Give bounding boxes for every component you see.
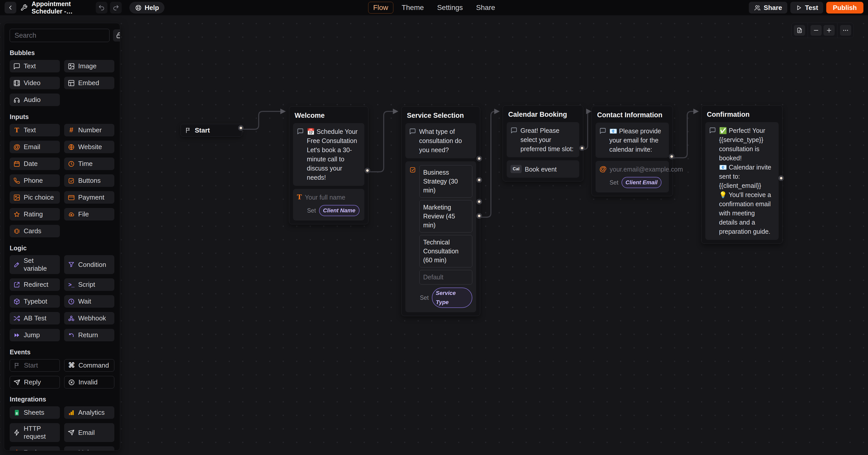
export-flow-button[interactable] bbox=[794, 25, 805, 36]
block-redirect[interactable]: Redirect bbox=[10, 278, 60, 291]
block-analytics[interactable]: Analytics bbox=[64, 406, 114, 419]
block-script[interactable]: >_Script bbox=[64, 278, 114, 291]
node-title: Contact Information bbox=[597, 111, 668, 119]
block-wait[interactable]: Wait bbox=[64, 295, 114, 308]
search-input[interactable] bbox=[10, 29, 110, 42]
buttons-input-block[interactable]: Business Strategy (30 min) Marketing Rev… bbox=[405, 161, 476, 312]
zoom-out-button[interactable] bbox=[810, 25, 822, 36]
back-button[interactable] bbox=[5, 2, 16, 13]
circle-x-icon bbox=[68, 379, 75, 386]
node-welcome[interactable]: Welcome 📅 Schedule Your Free Consultatio… bbox=[289, 106, 368, 224]
share-button[interactable]: Share bbox=[749, 2, 787, 13]
node-start[interactable]: Start bbox=[181, 124, 242, 137]
port-option-1-out[interactable] bbox=[478, 157, 480, 160]
block-buttons-input[interactable]: Buttons bbox=[64, 174, 114, 187]
undo-button[interactable] bbox=[96, 2, 107, 13]
block-jump[interactable]: Jump bbox=[10, 329, 60, 341]
zoom-in-button[interactable] bbox=[824, 25, 835, 36]
variable-badge[interactable]: Client Name bbox=[319, 205, 360, 216]
email-input-block[interactable]: @ your.email@example.com Set Client Emai… bbox=[595, 161, 669, 193]
block-typebot[interactable]: Typebot bbox=[10, 295, 60, 308]
tab-theme[interactable]: Theme bbox=[397, 2, 429, 13]
port-contact-out[interactable] bbox=[671, 155, 673, 158]
block-email-input[interactable]: @Email bbox=[10, 141, 60, 153]
block-file-input[interactable]: File bbox=[64, 208, 114, 221]
block-video-bubble[interactable]: Video bbox=[10, 77, 60, 89]
block-rating-input[interactable]: Rating bbox=[10, 208, 60, 221]
block-phone-input[interactable]: Phone bbox=[10, 174, 60, 187]
block-invalid-event[interactable]: Invalid bbox=[64, 376, 114, 389]
text-bubble-block[interactable]: Great! Please select your preferred time… bbox=[507, 122, 579, 157]
block-reply-event[interactable]: Reply bbox=[10, 376, 60, 389]
publish-button[interactable]: Publish bbox=[826, 2, 863, 13]
block-image-bubble[interactable]: Image bbox=[64, 60, 114, 73]
text-input-block[interactable]: T Your full name Set Client Name bbox=[293, 189, 364, 221]
redo-button[interactable] bbox=[110, 2, 122, 13]
block-pic-choice-input[interactable]: Pic choice bbox=[10, 191, 60, 204]
block-webhook[interactable]: Webhook bbox=[64, 312, 114, 324]
block-time-input[interactable]: Time bbox=[64, 158, 114, 170]
file-code-icon bbox=[796, 27, 803, 34]
default-option[interactable]: Default bbox=[420, 270, 472, 284]
block-audio-bubble[interactable]: Audio bbox=[10, 93, 60, 106]
block-sheets[interactable]: Sheets bbox=[10, 406, 60, 419]
more-options-button[interactable] bbox=[840, 25, 851, 36]
tab-flow[interactable]: Flow bbox=[368, 2, 393, 13]
port-calendar-out[interactable] bbox=[581, 147, 583, 149]
section-title-inputs: Inputs bbox=[10, 113, 114, 121]
block-condition[interactable]: Condition bbox=[64, 255, 114, 274]
funnel-icon bbox=[68, 261, 75, 268]
lock-sidebar-button[interactable] bbox=[113, 29, 120, 41]
block-cards-input[interactable]: Cards bbox=[10, 225, 60, 237]
block-ab-test[interactable]: AB Test bbox=[10, 312, 60, 324]
action-label: Book event bbox=[525, 165, 557, 174]
block-website-input[interactable]: Website bbox=[64, 141, 114, 153]
block-email-integration[interactable]: Email bbox=[64, 423, 114, 442]
choice-option[interactable]: Business Strategy (30 min) bbox=[420, 165, 472, 198]
port-default-out[interactable] bbox=[478, 215, 480, 217]
port-confirmation-out[interactable] bbox=[780, 177, 782, 179]
block-start-event[interactable]: Start bbox=[10, 359, 60, 372]
block-number-input[interactable]: #Number bbox=[64, 124, 114, 136]
block-http-request[interactable]: HTTP request bbox=[10, 423, 60, 442]
node-service-selection[interactable]: Service Selection What type of consultat… bbox=[401, 106, 480, 316]
port-option-3-out[interactable] bbox=[478, 200, 480, 203]
text-bubble-block[interactable]: What type of consultation do you need? bbox=[405, 123, 476, 158]
text-bubble-block[interactable]: ✅ Perfect! Your {{service_type}} consult… bbox=[705, 122, 779, 240]
node-contact-information[interactable]: Contact Information 📧 Please provide you… bbox=[591, 106, 673, 196]
node-title: Confirmation bbox=[707, 111, 778, 118]
text-bubble-block[interactable]: 📅 Schedule Your Free Consultation Let's … bbox=[293, 123, 364, 186]
tab-settings[interactable]: Settings bbox=[432, 2, 468, 13]
chat-icon bbox=[599, 127, 606, 134]
block-set-variable[interactable]: Set variable bbox=[10, 255, 60, 274]
block-make[interactable]: Make.com bbox=[64, 446, 114, 451]
choice-option[interactable]: Marketing Review (45 min) bbox=[420, 200, 472, 232]
port-welcome-out[interactable] bbox=[366, 169, 369, 172]
block-text-input[interactable]: TText bbox=[10, 124, 60, 136]
choice-option[interactable]: Technical Consultation (60 min) bbox=[420, 235, 472, 267]
block-date-input[interactable]: Date bbox=[10, 158, 60, 170]
block-label: Time bbox=[78, 160, 93, 168]
test-button[interactable]: Test bbox=[790, 2, 824, 13]
variable-badge[interactable]: Service Type bbox=[432, 287, 472, 308]
block-return[interactable]: Return bbox=[64, 329, 114, 341]
block-payment-input[interactable]: Payment bbox=[64, 191, 114, 204]
image-icon bbox=[68, 63, 75, 70]
tab-share[interactable]: Share bbox=[471, 2, 500, 13]
block-command-event[interactable]: ⌘Command bbox=[64, 359, 114, 372]
chat-icon bbox=[709, 127, 716, 134]
help-button[interactable]: Help bbox=[129, 2, 164, 13]
node-calendar-booking[interactable]: Calendar Booking Great! Please select yo… bbox=[503, 105, 583, 181]
variable-badge[interactable]: Client Email bbox=[622, 177, 662, 188]
block-label: Reply bbox=[24, 378, 41, 386]
set-label: Set bbox=[420, 293, 429, 302]
cal-booking-block[interactable]: Cal Book event bbox=[507, 160, 579, 178]
block-label: Jump bbox=[24, 331, 40, 339]
block-text-bubble[interactable]: Text bbox=[10, 60, 60, 73]
port-start-out[interactable] bbox=[240, 127, 242, 129]
block-zapier[interactable]: Zapier bbox=[10, 446, 60, 451]
node-confirmation[interactable]: Confirmation ✅ Perfect! Your {{service_t… bbox=[701, 105, 783, 244]
text-bubble-block[interactable]: 📧 Please provide your email for the cale… bbox=[595, 123, 669, 158]
block-embed-bubble[interactable]: Embed bbox=[64, 77, 114, 89]
port-option-2-out[interactable] bbox=[478, 179, 480, 181]
